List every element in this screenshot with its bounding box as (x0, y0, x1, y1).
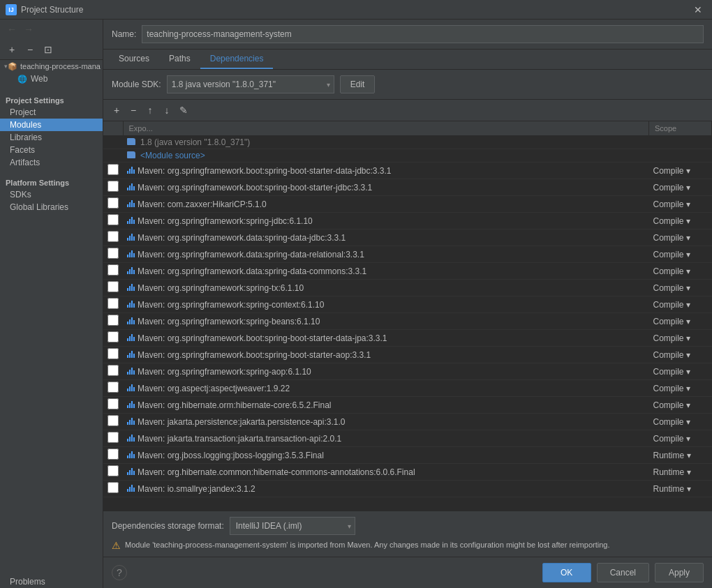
dep-checkbox[interactable] (107, 197, 119, 209)
apply-button[interactable]: Apply (655, 563, 704, 582)
dep-edit-button[interactable]: ✎ (176, 103, 191, 118)
scope-dropdown[interactable]: Compile ▾ (653, 216, 708, 226)
tree-item-module[interactable]: ▾ 📦 teaching-process-mana (0, 60, 103, 73)
storage-select[interactable]: IntelliJ IDEA (.iml) Gradle (Gradle) Mav… (230, 517, 355, 535)
row-check-cell (103, 280, 123, 296)
row-label-cell: Maven: org.hibernate.common:hibernate-co… (123, 464, 649, 481)
close-button[interactable]: ✕ (690, 3, 706, 17)
dep-checkbox[interactable] (107, 382, 119, 393)
sidebar-add-button[interactable]: + (4, 42, 20, 57)
row-label-text: Maven: org.springframework:spring-beans:… (138, 317, 320, 326)
name-input[interactable] (142, 25, 704, 43)
dep-checkbox[interactable] (107, 214, 119, 225)
dep-checkbox[interactable] (107, 465, 119, 476)
storage-row: Dependencies storage format: IntelliJ ID… (112, 517, 704, 535)
tab-sources[interactable]: Sources (109, 50, 159, 69)
scope-dropdown[interactable]: Compile ▾ (653, 434, 708, 444)
dep-checkbox[interactable] (107, 398, 119, 409)
scope-dropdown[interactable]: Compile ▾ (653, 166, 708, 176)
col-header-export: Expo... (123, 121, 649, 136)
dep-checkbox[interactable] (107, 348, 119, 359)
row-scope-cell: Compile ▾ (649, 296, 712, 313)
table-row: Maven: org.springframework.boot:spring-b… (103, 163, 712, 179)
sidebar-remove-button[interactable]: − (22, 42, 38, 57)
scope-dropdown[interactable]: Compile ▾ (653, 350, 708, 360)
scope-dropdown[interactable]: Compile ▾ (653, 183, 708, 193)
sidebar-item-problems[interactable]: Problems (0, 575, 103, 588)
storage-select-wrapper: IntelliJ IDEA (.iml) Gradle (Gradle) Mav… (230, 517, 355, 535)
cancel-button[interactable]: Cancel (597, 563, 649, 582)
scope-dropdown[interactable]: Compile ▾ (653, 199, 708, 209)
bars-icon (127, 183, 135, 190)
scope-dropdown[interactable]: Compile ▾ (653, 266, 708, 276)
dep-checkbox[interactable] (107, 248, 119, 259)
row-scope-cell: Compile ▾ (649, 313, 712, 330)
scope-dropdown[interactable]: Runtime ▾ (653, 467, 708, 477)
dep-checkbox[interactable] (107, 415, 119, 426)
dep-checkbox[interactable] (107, 482, 119, 493)
bars-icon (127, 166, 135, 174)
scope-dropdown[interactable]: Compile ▾ (653, 300, 708, 310)
row-check-cell (103, 263, 123, 280)
dep-add-button[interactable]: + (109, 103, 124, 118)
dep-remove-button[interactable]: − (126, 103, 141, 118)
tab-dependencies[interactable]: Dependencies (200, 50, 274, 69)
sidebar-copy-button[interactable]: ⊡ (40, 42, 56, 57)
row-label-text: <Module source> (140, 151, 205, 160)
scope-dropdown[interactable]: Compile ▾ (653, 233, 708, 243)
dep-checkbox[interactable] (107, 365, 119, 376)
dep-checkbox[interactable] (107, 432, 119, 443)
scope-dropdown[interactable]: Compile ▾ (653, 367, 708, 377)
scope-dropdown[interactable]: Compile ▾ (653, 283, 708, 293)
sdk-label: Module SDK: (112, 80, 161, 89)
dep-checkbox[interactable] (107, 315, 119, 326)
sidebar-item-project[interactable]: Project (0, 106, 103, 119)
dep-checkbox[interactable] (107, 298, 119, 309)
scope-dropdown[interactable]: Compile ▾ (653, 333, 708, 343)
forward-button[interactable]: → (21, 22, 36, 36)
sidebar-item-modules[interactable]: Modules (0, 119, 103, 131)
dep-checkbox[interactable] (107, 448, 119, 460)
dep-checkbox[interactable] (107, 231, 119, 242)
tree-item-web[interactable]: 🌐 Web (0, 73, 103, 85)
scope-dropdown[interactable]: Compile ▾ (653, 317, 708, 326)
scope-dropdown[interactable]: Runtime ▾ (653, 451, 708, 460)
scope-dropdown[interactable]: Runtime ▾ (653, 484, 708, 494)
dep-toolbar: + − ↑ ↓ ✎ (103, 100, 712, 121)
row-label-text: Maven: org.hibernate.orm:hibernate-core:… (138, 400, 331, 410)
table-row: Maven: org.springframework:spring-jdbc:6… (103, 213, 712, 229)
tab-paths[interactable]: Paths (159, 50, 200, 69)
scope-dropdown[interactable]: Compile ▾ (653, 384, 708, 393)
scope-dropdown[interactable]: Compile ▾ (653, 250, 708, 259)
bars-icon (127, 333, 135, 341)
sdk-select[interactable]: 1.8 java version "1.8.0_371" (167, 75, 334, 93)
sidebar-item-facets[interactable]: Facets (0, 144, 103, 156)
maven-icon (127, 183, 135, 190)
dep-down-button[interactable]: ↓ (159, 103, 175, 118)
sidebar-item-libraries[interactable]: Libraries (0, 131, 103, 144)
row-scope-cell: Compile ▾ (649, 229, 712, 246)
sdk-select-wrapper: 1.8 java version "1.8.0_371" (167, 75, 334, 93)
row-label-cell: 1.8 (java version "1.8.0_371") (123, 136, 649, 149)
sidebar-item-global-libraries[interactable]: Global Libraries (0, 201, 103, 213)
dep-checkbox[interactable] (107, 181, 119, 192)
dep-checkbox[interactable] (107, 264, 119, 276)
back-button[interactable]: ← (4, 22, 20, 36)
sdk-edit-button[interactable]: Edit (340, 75, 376, 93)
row-label-cell: Maven: org.springframework.boot:spring-b… (123, 163, 649, 179)
dep-checkbox[interactable] (107, 281, 119, 292)
dep-checkbox[interactable] (107, 331, 119, 342)
dep-up-button[interactable]: ↑ (142, 103, 158, 118)
sdk-row: Module SDK: 1.8 java version "1.8.0_371"… (103, 70, 712, 100)
sidebar-item-sdks[interactable]: SDKs (0, 188, 103, 201)
row-label-cell: Maven: org.jboss.logging:jboss-logging:3… (123, 447, 649, 464)
ok-button[interactable]: OK (542, 563, 591, 582)
scope-dropdown[interactable]: Compile ▾ (653, 400, 708, 410)
sidebar-item-artifacts[interactable]: Artifacts (0, 156, 103, 169)
dep-checkbox[interactable] (107, 164, 119, 175)
folder-icon (127, 138, 135, 145)
col-header-scope: Scope (649, 121, 712, 136)
help-button[interactable]: ? (112, 565, 127, 580)
scope-dropdown[interactable]: Compile ▾ (653, 417, 708, 427)
row-scope-cell: Runtime ▾ (649, 447, 712, 464)
